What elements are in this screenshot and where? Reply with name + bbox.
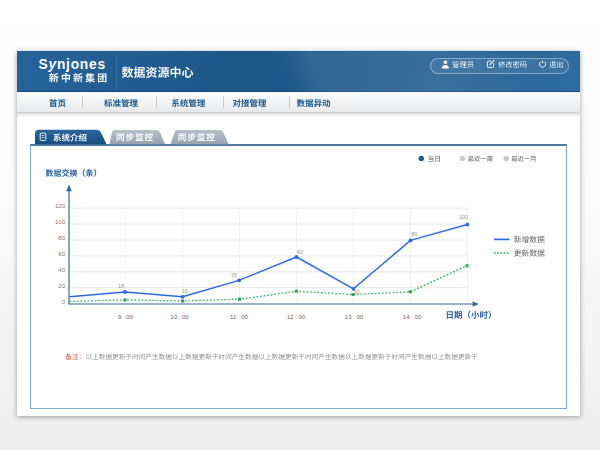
- svg-text:0: 0: [62, 299, 66, 305]
- svg-text:120: 120: [55, 203, 66, 209]
- svg-text:13 : 00: 13 : 00: [345, 314, 364, 320]
- svg-text:20: 20: [58, 283, 65, 289]
- svg-text:60: 60: [58, 251, 65, 257]
- svg-text:40: 40: [58, 267, 65, 273]
- svg-text:10: 10: [182, 288, 188, 294]
- svg-text:80: 80: [58, 235, 65, 241]
- svg-text:10 : 00: 10 : 00: [170, 314, 189, 320]
- svg-text:80: 80: [411, 231, 417, 237]
- svg-text:14 : 00: 14 : 00: [403, 314, 422, 320]
- svg-text:35: 35: [231, 272, 237, 278]
- svg-text:Synjones: Synjones: [39, 57, 106, 72]
- svg-text:100: 100: [55, 219, 66, 225]
- svg-text:11 : 00: 11 : 00: [230, 314, 249, 320]
- svg-text:60: 60: [297, 249, 303, 255]
- svg-text:9 : 00: 9 : 00: [118, 314, 134, 320]
- svg-text:100: 100: [459, 214, 468, 220]
- svg-text:10: 10: [354, 289, 360, 295]
- svg-text:18: 18: [118, 283, 124, 289]
- svg-text:12 : 00: 12 : 00: [287, 314, 306, 320]
